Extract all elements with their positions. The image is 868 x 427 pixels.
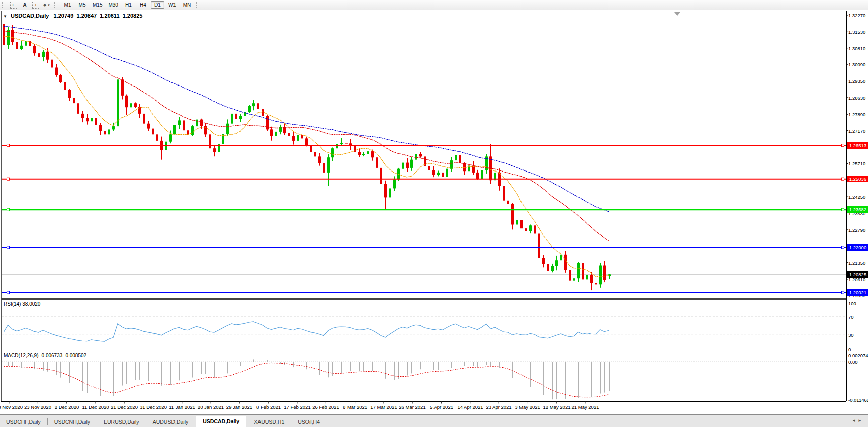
- tab-separator: [247, 418, 247, 425]
- chart-tab-xauusd[interactable]: XAUUSD,H1: [248, 417, 290, 427]
- price-tick-label: 1.28630: [848, 95, 865, 101]
- date-tick-label: 14 Apr 2021: [457, 404, 483, 410]
- price-tick-label: 1.21350: [848, 260, 865, 266]
- date-tick-label: 26 Mar 2021: [399, 404, 425, 410]
- hline-price-label[interactable]: 1.25036: [847, 176, 868, 182]
- date-tick-label: 17 Mar 2021: [370, 404, 397, 410]
- date-tick-label: 21 Dec 2020: [111, 404, 138, 410]
- symbol-label: USDCAD,Daily: [11, 13, 49, 19]
- rsi-level-label: 100: [848, 300, 856, 307]
- hline-price-label[interactable]: 1.20021: [847, 289, 868, 296]
- date-tick-label: 8 Mar 2021: [343, 404, 367, 410]
- price-tick-label: 1.22790: [848, 227, 865, 233]
- date-tick-label: 23 Nov 2020: [24, 404, 51, 410]
- date-tick-label: 26 Feb 2021: [312, 404, 339, 410]
- date-tick-label: 11 Dec 2020: [82, 404, 109, 410]
- hline-price-label[interactable]: 1.23682: [847, 206, 868, 213]
- price-tick-label: 1.27170: [848, 128, 865, 134]
- date-tick-label: 5 Apr 2021: [430, 404, 453, 410]
- chart-tab-usdcad[interactable]: USDCAD,Daily: [196, 416, 246, 427]
- chart-tab-usdcnh[interactable]: USDCNH,Daily: [48, 417, 96, 427]
- price-tick-label: 1.30810: [848, 45, 865, 52]
- price-tick-label: 1.25710: [848, 160, 865, 167]
- macd-axis-label: -0.011462: [848, 397, 868, 403]
- date-tick-label: 23 Apr 2021: [486, 404, 511, 410]
- chart-shift-marker: [674, 12, 680, 16]
- price-tick-label: 1.27890: [848, 111, 865, 118]
- chart-tab-usoil[interactable]: USOil,H4: [292, 417, 326, 427]
- symbol-tabbar: USDCHF,DailyUSDCNH,DailyEURUSD,DailyAUDU…: [0, 414, 868, 427]
- date-tick-label: 11 Jan 2021: [169, 404, 195, 410]
- tab-scroll-left-icon: ◄: [852, 418, 858, 423]
- hline-price-label[interactable]: 1.26513: [847, 142, 868, 149]
- date-tick-label: 8 Feb 2021: [256, 404, 281, 410]
- date-tick-label: 12 May 2021: [543, 404, 571, 410]
- date-tick-label: 17 Feb 2021: [284, 404, 310, 410]
- chart-canvas[interactable]: [0, 0, 868, 427]
- macd-indicator-label: MACD(12,26,9) -0.006733 -0.008502: [4, 352, 86, 359]
- tab-separator: [146, 418, 146, 425]
- tabbar-nav-arrows[interactable]: ◄►: [852, 418, 864, 423]
- rsi-level-label: 70: [848, 314, 854, 320]
- date-tick-label: 29 Jan 2021: [226, 404, 252, 410]
- low-value: 1.20611: [100, 13, 119, 19]
- hline-price-label[interactable]: 1.22000: [847, 244, 868, 251]
- date-tick-label: 2 Dec 2020: [55, 404, 79, 410]
- chart-title: ▼ USDCAD,Daily 1.20749 1.20847 1.20611 1…: [3, 13, 142, 20]
- tab-separator: [47, 418, 48, 425]
- chart-tab-usdchf[interactable]: USDCHF,Daily: [0, 417, 47, 427]
- price-tick-label: 1.32270: [848, 12, 865, 19]
- date-tick-label: 20 Jan 2021: [198, 404, 224, 410]
- tab-scroll-right-icon: ►: [858, 418, 864, 423]
- date-tick-label: 21 May 2021: [572, 404, 599, 410]
- current-price-label: 1.20825: [847, 271, 868, 278]
- price-tick-label: 1.24250: [848, 194, 865, 200]
- open-value: 1.20749: [54, 13, 74, 19]
- rsi-level-label: 30: [848, 332, 854, 338]
- date-tick-label: 13 Nov 2020: [0, 404, 23, 410]
- macd-axis-label: 0.00: [848, 359, 858, 365]
- date-tick-label: 31 Dec 2020: [140, 404, 167, 410]
- price-tick-label: 1.29350: [848, 78, 865, 84]
- price-tick-label: 1.30090: [848, 61, 865, 68]
- price-tick-label: 1.31530: [848, 29, 865, 35]
- mt4-terminal: F A T ◆▼ M1M5M15M30H1H4D1W1MN 1.322701.3…: [0, 0, 868, 427]
- tab-separator: [291, 418, 291, 425]
- tab-separator: [97, 418, 97, 425]
- close-value: 1.20825: [123, 13, 143, 19]
- chart-tab-audusd[interactable]: AUDUSD,Daily: [147, 417, 195, 427]
- rsi-indicator-label: RSI(14) 38.0020: [4, 301, 40, 307]
- date-tick-label: 3 May 2021: [515, 404, 540, 410]
- chart-tab-eurusd[interactable]: EURUSD,Daily: [98, 417, 145, 427]
- tab-separator: [195, 418, 195, 425]
- high-value: 1.20847: [76, 13, 97, 19]
- macd-axis-label: 0.002074: [848, 352, 868, 359]
- collapse-triangle-icon[interactable]: ▼: [3, 14, 7, 19]
